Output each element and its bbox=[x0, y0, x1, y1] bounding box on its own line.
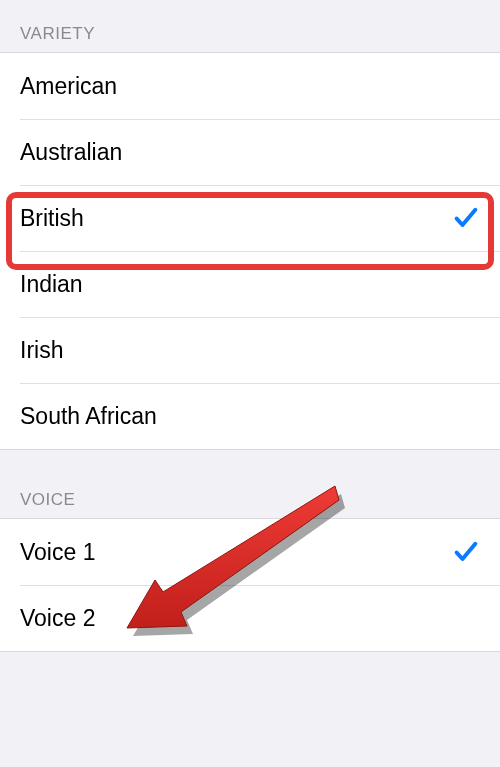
variety-row-australian[interactable]: Australian bbox=[0, 119, 500, 185]
voice-label: Voice 1 bbox=[20, 539, 95, 566]
variety-row-american[interactable]: American bbox=[0, 53, 500, 119]
variety-label: American bbox=[20, 73, 117, 100]
voice-row-voice2[interactable]: Voice 2 bbox=[0, 585, 500, 651]
voice-label: Voice 2 bbox=[20, 605, 95, 632]
checkmark-icon bbox=[452, 204, 480, 232]
variety-label: South African bbox=[20, 403, 157, 430]
variety-label: Irish bbox=[20, 337, 63, 364]
variety-label: Australian bbox=[20, 139, 122, 166]
variety-row-british[interactable]: British bbox=[0, 185, 500, 251]
section-header-variety: Variety bbox=[0, 0, 500, 52]
section-header-voice: Voice bbox=[0, 450, 500, 518]
variety-label: British bbox=[20, 205, 84, 232]
voice-row-voice1[interactable]: Voice 1 bbox=[0, 519, 500, 585]
voice-list: Voice 1 Voice 2 bbox=[0, 518, 500, 652]
variety-label: Indian bbox=[20, 271, 83, 298]
variety-row-south-african[interactable]: South African bbox=[0, 383, 500, 449]
checkmark-icon bbox=[452, 538, 480, 566]
variety-list: American Australian British Indian Irish… bbox=[0, 52, 500, 450]
variety-row-irish[interactable]: Irish bbox=[0, 317, 500, 383]
variety-row-indian[interactable]: Indian bbox=[0, 251, 500, 317]
